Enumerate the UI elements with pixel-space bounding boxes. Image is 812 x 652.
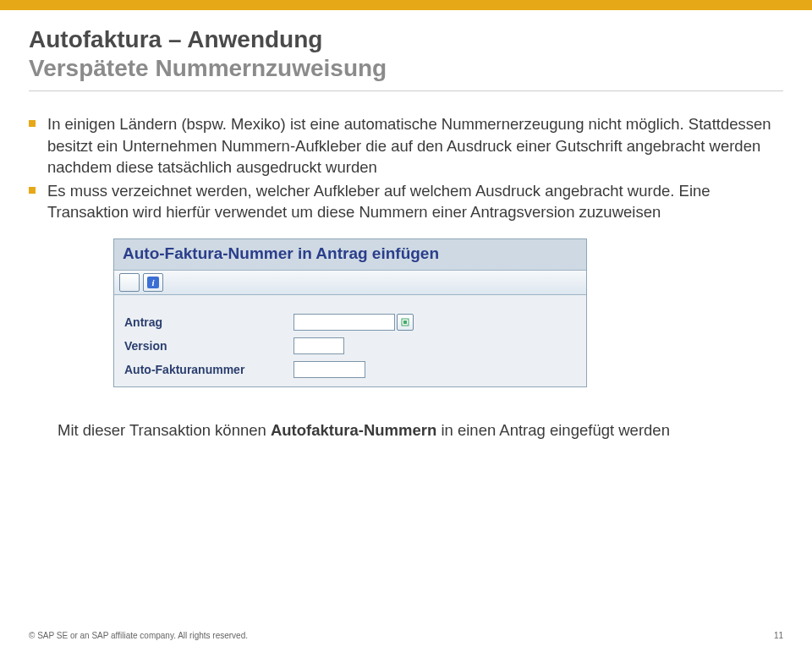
label-antrag: Antrag xyxy=(124,315,294,329)
svg-rect-2 xyxy=(403,321,407,324)
input-antrag[interactable] xyxy=(294,314,395,331)
bullet-item: Es muss verzeichnet werden, welcher Aufk… xyxy=(29,180,783,223)
info-icon: i xyxy=(147,277,159,288)
form-row-antrag: Antrag xyxy=(114,310,586,334)
sap-title-bar: Auto-Faktura-Nummer in Antrag einfügen xyxy=(114,239,586,270)
bottom-note-pre: Mit dieser Transaktion können xyxy=(58,421,271,439)
bottom-note: Mit dieser Transaktion können Autofaktur… xyxy=(58,421,783,440)
bullet-list: In einigen Ländern (bspw. Mexiko) ist ei… xyxy=(29,113,783,223)
input-afnr[interactable] xyxy=(294,361,365,378)
form-row-afnr: Auto-Fakturanummer xyxy=(114,358,586,381)
slide-title: Autofaktura – Anwendung xyxy=(29,25,783,54)
sap-form-body: Antrag Version Auto-Fakturanummer xyxy=(114,295,586,386)
footer-page-number: 11 xyxy=(774,631,783,640)
sap-window-title: Auto-Faktura-Nummer in Antrag einfügen xyxy=(123,244,439,262)
sap-window: Auto-Faktura-Nummer in Antrag einfügen i… xyxy=(113,238,587,387)
slide-content: Autofaktura – Anwendung Verspätete Numme… xyxy=(0,10,812,440)
bottom-note-post: in einen Antrag eingefügt werden xyxy=(436,421,670,439)
slide-subtitle: Verspätete Nummernzuweisung xyxy=(29,54,783,83)
label-afnr: Auto-Fakturanummer xyxy=(124,363,294,376)
input-version[interactable] xyxy=(294,337,344,354)
slide-accent-bar xyxy=(0,0,812,10)
search-help-icon xyxy=(401,315,409,330)
search-help-button[interactable] xyxy=(397,314,414,331)
slide-footer: SAP SE or an SAP affiliate company. All … xyxy=(29,631,783,640)
bullet-item: In einigen Ländern (bspw. Mexiko) ist ei… xyxy=(29,113,783,178)
footer-copyright: SAP SE or an SAP affiliate company. All … xyxy=(29,631,248,640)
title-divider xyxy=(29,90,783,91)
info-button[interactable]: i xyxy=(143,273,163,292)
bottom-note-bold: Autofaktura-Nummern xyxy=(271,421,436,439)
label-version: Version xyxy=(124,339,294,353)
form-row-version: Version xyxy=(114,334,586,358)
sap-toolbar: i xyxy=(114,270,586,295)
execute-button[interactable] xyxy=(119,273,140,292)
